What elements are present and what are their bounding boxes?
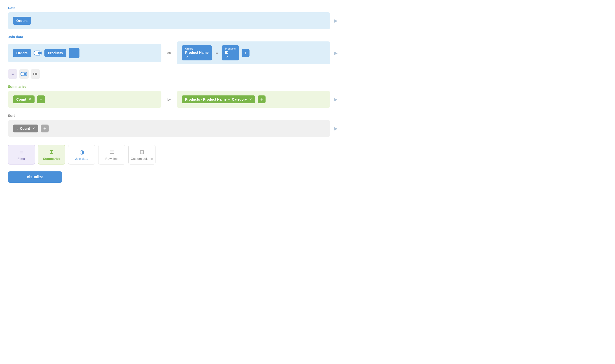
data-section-label: Data (8, 6, 338, 10)
row-limit-action-label: Row limit (105, 157, 118, 161)
join-left-main: Product Name (185, 51, 209, 55)
summarize-connector-label: by (165, 98, 173, 101)
custom-column-action-button[interactable]: ⊞ Custom column (128, 145, 155, 164)
join-products-button[interactable]: Products (44, 49, 66, 57)
join-data-section: Join data Orders Products on Orders Prod… (8, 35, 338, 64)
sort-arrow-icon: ↓ (16, 127, 18, 130)
join-arrow-icon: ▶ (334, 50, 338, 56)
summarize-metric-panel: Count ✕ + (8, 91, 161, 108)
filter-toolbar-button[interactable]: ≡ (8, 69, 17, 79)
orders-source-button[interactable]: Orders (13, 17, 31, 25)
row-limit-action-icon: ☰ (109, 149, 114, 155)
data-panel: Orders (8, 12, 330, 29)
join-data-action-label: Join data (75, 157, 88, 161)
summarize-label: Summarize (8, 85, 338, 89)
visualize-row: Visualize (8, 171, 338, 183)
join-left-sub: Orders (185, 47, 193, 50)
add-metric-button[interactable]: + (37, 95, 45, 103)
action-buttons-row: ≡ Filter Σ Summarize ◑ Join data ☰ Row l… (8, 145, 338, 164)
group-by-button[interactable]: Products - Product Name → Category ✕ (182, 95, 255, 103)
add-group-button[interactable]: + (258, 95, 266, 103)
grid-icon (71, 50, 77, 57)
add-sort-button[interactable]: + (41, 125, 49, 132)
join-right-field-button[interactable]: Products ID ✕ (222, 45, 239, 60)
summarize-action-button[interactable]: Σ Summarize (38, 145, 65, 164)
visualize-button[interactable]: Visualize (8, 171, 62, 183)
group-by-close[interactable]: ✕ (249, 98, 252, 101)
join-add-button[interactable]: + (242, 49, 250, 57)
join-toggle-icon[interactable] (34, 51, 42, 55)
sort-section: Sort ↓ Count ✕ + ▶ (8, 114, 338, 137)
join-grid-button[interactable] (69, 48, 79, 58)
summarize-action-label: Summarize (43, 157, 60, 161)
join-data-action-icon: ◑ (79, 149, 84, 155)
equals-sign: = (214, 50, 219, 55)
summarize-group-panel: Products - Product Name → Category ✕ + (177, 91, 330, 108)
sort-count-label: Count (20, 127, 30, 130)
join-data-label: Join data (8, 35, 338, 39)
count-metric-close[interactable]: ✕ (29, 98, 31, 101)
filter-action-icon: ≡ (20, 149, 23, 155)
filter-action-label: Filter (18, 157, 25, 161)
join-right-main: ID (225, 51, 229, 55)
custom-column-action-icon: ⊞ (140, 149, 144, 155)
join-orders-button[interactable]: Orders (13, 49, 31, 57)
summarize-action-icon: Σ (50, 149, 53, 155)
row-limit-action-button[interactable]: ☰ Row limit (98, 145, 125, 164)
join-left-field-button[interactable]: Orders Product Name ✕ (182, 45, 212, 60)
filter-action-button[interactable]: ≡ Filter (8, 145, 35, 164)
filter-lines-icon: ≡ (11, 72, 14, 76)
data-section: Data Orders ▶ (8, 6, 338, 29)
group-by-label: Products - Product Name → Category (185, 97, 247, 101)
grid-toolbar-button[interactable] (31, 69, 40, 79)
summarize-arrow-icon: ▶ (334, 97, 338, 102)
sort-arrow-icon-right: ▶ (334, 126, 338, 131)
toggle-small-icon (20, 72, 27, 76)
join-data-action-button[interactable]: ◑ Join data (68, 145, 95, 164)
sort-count-close[interactable]: ✕ (32, 127, 35, 130)
join-left-close[interactable]: ✕ (186, 55, 189, 58)
grid-dots-icon (33, 73, 37, 75)
join-data-right-panel: Orders Product Name ✕ = Products ID ✕ + (177, 41, 330, 64)
summarize-section: Summarize Count ✕ + by Products - Produc… (8, 85, 338, 108)
sort-label: Sort (8, 114, 338, 118)
join-data-left-panel: Orders Products (8, 44, 161, 62)
data-arrow-icon: ▶ (334, 18, 338, 23)
toolbar-row: ≡ (8, 69, 338, 79)
count-metric-label: Count (16, 97, 26, 101)
custom-column-action-label: Custom column (131, 157, 153, 161)
join-right-sub: Products (225, 47, 236, 50)
count-metric-button[interactable]: Count ✕ (13, 95, 35, 103)
join-right-close[interactable]: ✕ (226, 55, 229, 58)
sort-count-button[interactable]: ↓ Count ✕ (13, 125, 38, 132)
toggle-toolbar-button[interactable] (19, 69, 29, 79)
join-connector-label: on (165, 51, 173, 55)
sort-panel: ↓ Count ✕ + (8, 120, 330, 137)
